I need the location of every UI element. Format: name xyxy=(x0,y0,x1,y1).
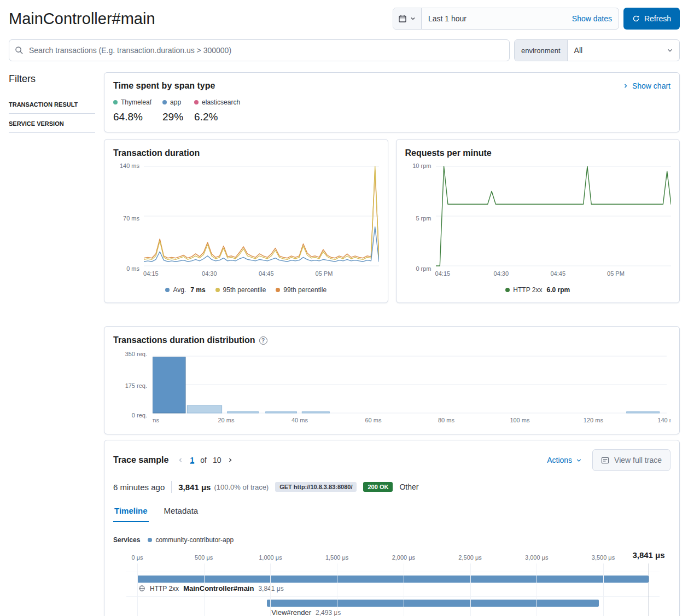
page-total: 10 xyxy=(213,456,221,464)
chevron-down-icon xyxy=(410,15,416,22)
http-2xx-dot-icon xyxy=(505,288,510,292)
span-type-value: 6.2% xyxy=(194,111,240,123)
show-chart-link[interactable]: Show chart xyxy=(622,82,670,90)
topbar: MainController#main Last 1 hour Show dat… xyxy=(9,8,680,30)
x-axis: 04:15 04:30 04:45 05 PM xyxy=(144,270,379,278)
histogram-bar[interactable] xyxy=(266,412,297,413)
legend-value: 7 ms xyxy=(190,286,205,294)
show-chart-label: Show chart xyxy=(632,82,670,90)
environment-select[interactable]: environment All xyxy=(514,39,680,61)
x-axis-label: 04:15 xyxy=(435,270,451,277)
page-of-label: of xyxy=(200,456,207,464)
transaction-duration-title: Transaction duration xyxy=(113,148,379,158)
span-name: MainController#main xyxy=(183,584,254,592)
legend-99th[interactable]: 99th percentile xyxy=(276,286,326,294)
legend-label: HTTP 2xx xyxy=(513,286,542,294)
histogram-bar[interactable] xyxy=(228,411,259,413)
chevron-down-icon xyxy=(666,47,674,54)
histogram-bar[interactable] xyxy=(302,412,329,413)
x-axis-label: 100 ms xyxy=(510,417,529,423)
y-axis-label: 70 ms xyxy=(113,215,139,222)
waterfall-total-duration: 3,841 μs xyxy=(632,550,664,560)
tab-timeline[interactable]: Timeline xyxy=(113,506,149,522)
tab-metadata[interactable]: Metadata xyxy=(163,506,200,522)
x-axis-label: 120 ms xyxy=(584,417,603,423)
date-range-value[interactable]: Last 1 hour xyxy=(422,14,572,23)
histogram-bar[interactable] xyxy=(153,357,185,414)
waterfall-body: HTTP 2xx MainController#main 3,841 μs Vi… xyxy=(137,563,649,616)
search-input[interactable] xyxy=(28,45,504,55)
waterfall-bar-span[interactable] xyxy=(267,600,599,607)
info-icon[interactable]: ? xyxy=(259,336,267,345)
duration-distribution-chart xyxy=(153,353,667,414)
trace-waterfall: 3,841 μs 0 μs500 μs1,000 μs1,500 μs2,000… xyxy=(113,553,670,616)
y-axis-label: 350 req. xyxy=(113,351,147,357)
next-page-button[interactable] xyxy=(227,457,234,463)
services-label: Services xyxy=(113,536,140,544)
waterfall-bar-transaction[interactable] xyxy=(137,576,649,583)
histogram-bar[interactable] xyxy=(187,405,221,413)
legend-label: Avg. xyxy=(173,286,186,294)
show-dates-link[interactable]: Show dates xyxy=(572,14,619,23)
row-separator xyxy=(126,572,660,572)
environment-label: environment xyxy=(515,40,568,61)
waterfall-axis: 3,841 μs 0 μs500 μs1,000 μs1,500 μs2,000… xyxy=(137,553,649,563)
apm-transaction-page: MainController#main Last 1 hour Show dat… xyxy=(0,0,688,616)
waterfall-gridline xyxy=(204,563,205,616)
waterfall-label-transaction[interactable]: HTTP 2xx MainController#main 3,841 μs xyxy=(138,584,284,592)
search-icon xyxy=(15,46,24,55)
trace-pagination: 1 of 10 xyxy=(177,456,234,464)
waterfall-gridline xyxy=(270,563,271,616)
p99-dot-icon xyxy=(276,288,280,292)
actions-dropdown[interactable]: Actions xyxy=(547,456,582,464)
legend-value: 6.0 rpm xyxy=(546,286,570,294)
span-type-title: Time spent by span type xyxy=(113,81,215,91)
legend-avg[interactable]: Avg. 7 ms xyxy=(165,286,205,294)
span-type-label: elasticsearch xyxy=(202,98,240,106)
legend-95th[interactable]: 95th percentile xyxy=(215,286,266,294)
span-http-status: HTTP 2xx xyxy=(150,585,179,592)
app-dot-icon xyxy=(162,100,167,104)
x-axis-label: 04:30 xyxy=(494,270,509,277)
avg-dot-icon xyxy=(165,288,170,292)
p95-dot-icon xyxy=(215,288,220,292)
transaction-duration-panel: Transaction duration 140 ms 70 ms 0 ms 0… xyxy=(104,139,388,303)
trace-sample-title: Trace sample xyxy=(113,455,168,465)
date-quick-select-button[interactable] xyxy=(393,8,422,29)
waterfall-axis-label: 500 μs xyxy=(195,554,213,561)
actions-label: Actions xyxy=(547,456,572,464)
search-row: environment All xyxy=(9,39,680,61)
waterfall-axis-label: 0 μs xyxy=(131,554,143,561)
legend-http-2xx[interactable]: HTTP 2xx 6.0 rpm xyxy=(505,286,570,294)
service-dot-icon xyxy=(148,538,152,542)
requests-per-minute-title: Requests per minute xyxy=(405,148,671,158)
legend-label: 95th percentile xyxy=(223,286,266,294)
refresh-button[interactable]: Refresh xyxy=(623,8,680,30)
x-axis-label: 04:15 xyxy=(143,270,159,277)
x-axis-label: 05 PM xyxy=(607,270,625,277)
waterfall-gridline xyxy=(603,563,604,616)
x-axis-label: 05 PM xyxy=(316,270,333,277)
divider xyxy=(171,481,172,493)
previous-page-button[interactable] xyxy=(177,457,184,463)
waterfall-label-span[interactable]: View#render 2,493 μs xyxy=(271,608,341,616)
view-full-trace-button[interactable]: View full trace xyxy=(592,449,670,471)
x-axis: 0 ms 20 ms 40 ms 60 ms 80 ms 100 ms 120 … xyxy=(153,417,670,425)
current-page[interactable]: 1 xyxy=(190,456,194,464)
distribution-title: Transactions duration distribution xyxy=(113,335,255,345)
waterfall-axis-label: 3,000 μs xyxy=(525,554,548,561)
filter-section-service-version[interactable]: SERVICE VERSION xyxy=(9,114,95,133)
y-axis-label: 0 req. xyxy=(113,412,147,419)
span-type-legend-item: elasticsearch xyxy=(194,98,240,106)
transaction-duration-chart xyxy=(144,165,379,268)
filter-section-transaction-result[interactable]: TRANSACTION RESULT xyxy=(9,95,95,114)
environment-value: All xyxy=(568,46,666,55)
waterfall-axis-label: 3,500 μs xyxy=(592,554,615,561)
waterfall-axis-label: 2,500 μs xyxy=(458,554,481,561)
date-picker: Last 1 hour Show dates xyxy=(393,8,619,30)
x-axis-label: 20 ms xyxy=(218,417,234,423)
histogram-bar[interactable] xyxy=(627,412,660,413)
refresh-label: Refresh xyxy=(644,14,671,23)
calendar-icon xyxy=(398,14,407,23)
service-legend-item[interactable]: community-contributor-app xyxy=(148,536,234,544)
